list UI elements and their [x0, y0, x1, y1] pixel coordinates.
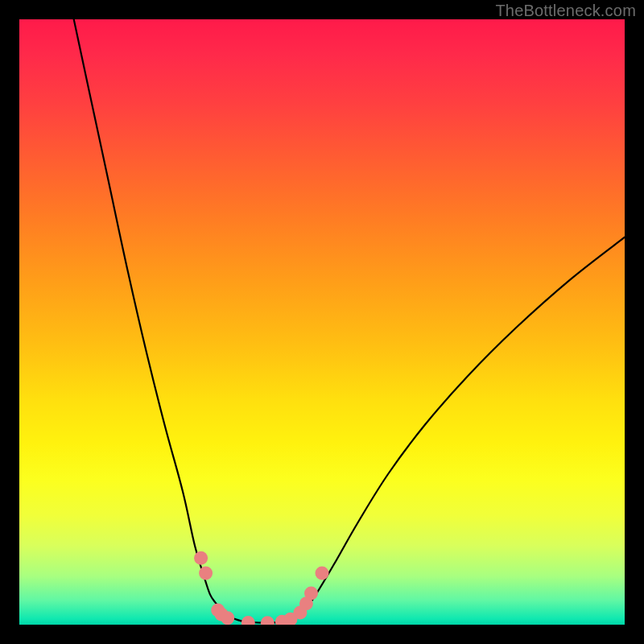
- data-marker: [221, 611, 234, 625]
- chart-svg: [19, 19, 625, 625]
- outer-frame: TheBottleneck.com: [0, 0, 644, 644]
- data-marker: [316, 567, 329, 580]
- data-marker: [242, 616, 255, 625]
- watermark-text: TheBottleneck.com: [495, 2, 636, 20]
- marker-layer: [194, 551, 328, 625]
- curve-left: [74, 19, 244, 621]
- curve-layer: [74, 19, 625, 623]
- data-marker: [199, 567, 213, 580]
- plot-area: [19, 19, 625, 625]
- data-marker: [304, 586, 318, 600]
- data-marker: [261, 616, 275, 625]
- data-marker: [194, 551, 208, 565]
- curve-right: [291, 237, 625, 621]
